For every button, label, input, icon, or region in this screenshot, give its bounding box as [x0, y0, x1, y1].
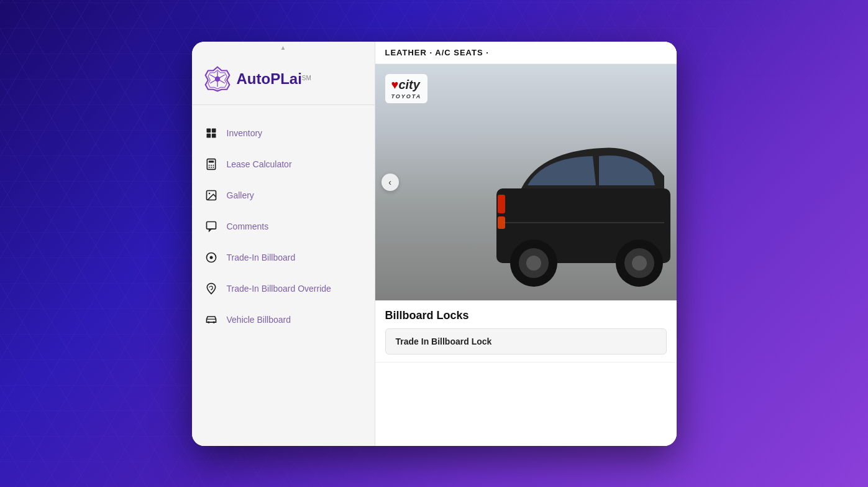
- dealer-logo: ♥city TOYOTA: [385, 74, 428, 103]
- nav-menu: Inventory Lease Calculator Gallery: [192, 111, 375, 341]
- dealer-logo-brand: TOYOTA: [391, 93, 422, 100]
- vehicle-icon: [204, 313, 218, 327]
- sidebar-item-label-trade-in-billboard: Trade-In Billboard: [227, 253, 296, 262]
- svg-rect-7: [211, 128, 216, 132]
- scroll-hint: ▲: [192, 42, 375, 51]
- svg-point-14: [212, 164, 214, 165]
- svg-point-25: [211, 289, 212, 290]
- svg-rect-37: [498, 195, 505, 213]
- app-name: AutoPLaiSM: [237, 70, 311, 88]
- car-image-bg: ♥city TOYOTA: [375, 64, 677, 300]
- svg-point-13: [211, 164, 212, 165]
- svg-point-35: [632, 256, 647, 271]
- sidebar-item-gallery[interactable]: Gallery: [192, 180, 375, 211]
- svg-rect-11: [208, 160, 213, 162]
- sidebar-item-vehicle-billboard[interactable]: Vehicle Billboard: [192, 304, 375, 335]
- svg-rect-9: [211, 133, 216, 137]
- calculator-icon: [204, 157, 218, 171]
- car-image-container: ♥city TOYOTA: [375, 64, 677, 300]
- sidebar-item-label-vehicle-billboard: Vehicle Billboard: [227, 315, 291, 325]
- app-container: ▲ AutoPLaiSM Inventory: [192, 42, 677, 446]
- comments-icon: [204, 220, 218, 233]
- svg-point-16: [211, 167, 212, 168]
- svg-point-12: [208, 164, 209, 165]
- chevron-left-icon: ‹: [388, 177, 391, 187]
- svg-rect-38: [498, 216, 505, 229]
- sidebar-item-lease-calculator[interactable]: Lease Calculator: [192, 149, 375, 180]
- logo-area: AutoPLaiSM: [192, 51, 375, 104]
- tradein-icon: [204, 251, 218, 264]
- svg-point-22: [209, 256, 212, 259]
- nav-arrow-left[interactable]: ‹: [381, 174, 399, 191]
- svg-point-32: [526, 256, 541, 271]
- svg-rect-20: [206, 221, 216, 229]
- main-content: LEATHER · A/C SEATS · ♥city TOYOTA: [375, 42, 677, 446]
- sidebar-item-inventory[interactable]: Inventory: [192, 118, 375, 149]
- sidebar-item-label-comments: Comments: [227, 221, 269, 231]
- override-icon: [204, 282, 218, 295]
- svg-point-17: [212, 167, 214, 168]
- sidebar-divider: [192, 104, 375, 105]
- sidebar-item-trade-in-billboard[interactable]: Trade-In Billboard: [192, 242, 375, 273]
- sidebar-item-comments[interactable]: Comments: [192, 211, 375, 242]
- sidebar: ▲ AutoPLaiSM Inventory: [192, 42, 375, 446]
- dealer-logo-heart: ♥: [391, 78, 399, 91]
- svg-point-26: [208, 321, 209, 323]
- dealer-logo-city: city: [398, 78, 419, 91]
- billboard-locks-section: Billboard Locks Trade In Billboard Lock: [375, 300, 677, 363]
- svg-point-27: [212, 321, 214, 323]
- svg-rect-8: [206, 133, 211, 137]
- car-svg: [484, 126, 677, 288]
- features-bar: LEATHER · A/C SEATS ·: [375, 42, 677, 64]
- sidebar-item-label-inventory: Inventory: [227, 128, 263, 138]
- billboard-locks-title: Billboard Locks: [385, 309, 667, 322]
- sidebar-item-trade-in-billboard-override[interactable]: Trade-In Billboard Override: [192, 273, 375, 304]
- svg-rect-6: [206, 128, 211, 132]
- inventory-icon: [204, 126, 218, 140]
- svg-point-19: [208, 192, 210, 194]
- svg-point-15: [208, 167, 209, 168]
- sidebar-item-label-trade-in-billboard-override: Trade-In Billboard Override: [227, 284, 331, 294]
- app-name-text: AutoPLai: [237, 70, 302, 87]
- car-silhouette: [484, 126, 677, 288]
- sidebar-item-label-lease-calculator: Lease Calculator: [227, 159, 292, 169]
- gallery-icon: [204, 188, 218, 202]
- trade-in-billboard-lock-item[interactable]: Trade In Billboard Lock: [385, 328, 667, 355]
- lock-item-label: Trade In Billboard Lock: [396, 336, 492, 346]
- sidebar-item-label-gallery: Gallery: [227, 190, 254, 200]
- logo-icon: [204, 66, 231, 92]
- app-superscript: SM: [302, 74, 311, 81]
